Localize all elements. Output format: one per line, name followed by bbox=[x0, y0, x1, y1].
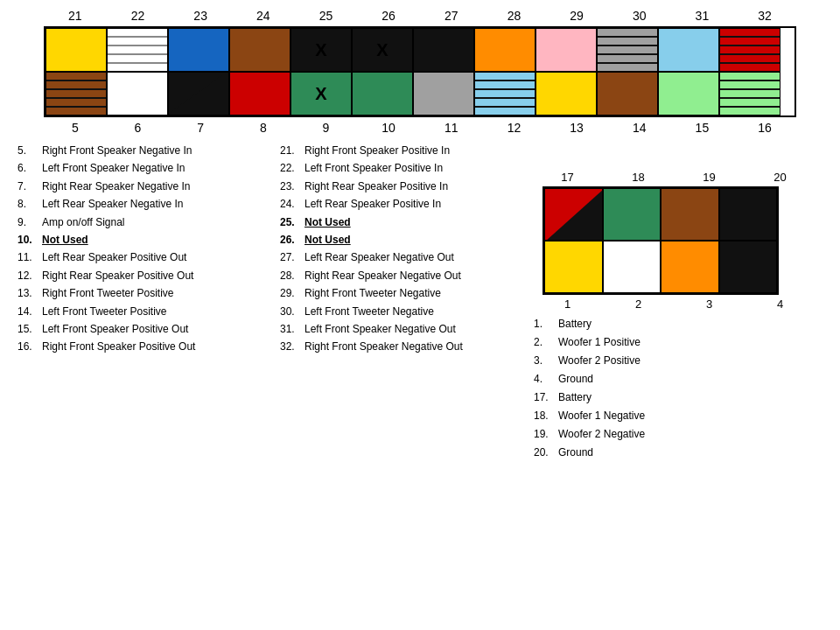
legend-num-31: 31. bbox=[280, 320, 304, 338]
small-legend-1: 1. Battery bbox=[534, 315, 822, 333]
cell-25-top: X bbox=[290, 28, 352, 72]
legend-item-12: 12. Right Rear Speaker Positive Out bbox=[18, 267, 271, 284]
legend-num-24: 24. bbox=[280, 195, 304, 213]
legend-item-24: 24. Left Rear Speaker Positive In bbox=[280, 195, 534, 213]
legend-item-26: 26. Not Used bbox=[280, 231, 534, 248]
legend-text-12: Right Rear Speaker Positive Out bbox=[42, 267, 193, 284]
legend-num-21: 21. bbox=[280, 142, 304, 159]
pin-8: 8 bbox=[233, 121, 294, 135]
small-pin-3: 3 bbox=[680, 298, 738, 311]
legend-item-29: 29. Right Front Tweeter Negative bbox=[280, 284, 534, 302]
legend-num-8: 8. bbox=[18, 195, 42, 213]
legend-text-7: Right Rear Speaker Negative In bbox=[42, 178, 190, 195]
cell-23-top bbox=[168, 28, 229, 72]
legend-text-24: Left Rear Speaker Positive In bbox=[304, 195, 441, 213]
legend-item-8: 8. Left Rear Speaker Negative In bbox=[18, 195, 271, 213]
legend-text-15: Left Front Speaker Positive Out bbox=[42, 320, 188, 338]
legend-text-8: Left Rear Speaker Negative In bbox=[42, 195, 183, 213]
cell-22-top bbox=[107, 28, 168, 72]
connector-row-top: X X bbox=[46, 28, 794, 72]
legend-text-21: Right Front Speaker Positive In bbox=[304, 142, 450, 159]
legend-num-10: 10. bbox=[18, 231, 42, 248]
small-legend-num-3: 3. bbox=[534, 352, 558, 370]
legend-num-6: 6. bbox=[18, 159, 42, 177]
legend-item-28: 28. Right Rear Speaker Negative Out bbox=[280, 267, 534, 284]
legend-item-15: 15. Left Front Speaker Positive Out bbox=[18, 320, 271, 338]
pin-11: 11 bbox=[421, 121, 482, 135]
legend-text-25: Not Used bbox=[304, 214, 351, 231]
pin-23: 23 bbox=[170, 9, 231, 23]
cell-12-bot bbox=[474, 72, 536, 116]
small-legend-num-1: 1. bbox=[534, 315, 558, 333]
cell-13-bot bbox=[536, 72, 597, 116]
legend-text-23: Right Rear Speaker Positive In bbox=[304, 178, 448, 195]
pin-21: 21 bbox=[45, 9, 106, 23]
small-legend-text-18: Woofer 1 Negative bbox=[558, 407, 645, 425]
pin-32: 32 bbox=[734, 9, 795, 23]
legend-num-32: 32. bbox=[280, 338, 304, 355]
cell-26-top: X bbox=[352, 28, 413, 72]
small-legend-text-19: Woofer 2 Negative bbox=[558, 425, 645, 444]
legend-num-7: 7. bbox=[18, 178, 42, 195]
small-row-top bbox=[544, 188, 777, 241]
small-pin-numbers-top: 17 18 19 20 bbox=[525, 171, 822, 184]
top-connector: 21 22 23 24 25 26 27 28 29 30 31 32 X bbox=[44, 9, 796, 135]
legend-item-7: 7. Right Rear Speaker Negative In bbox=[18, 178, 271, 195]
legend-num-30: 30. bbox=[280, 303, 304, 320]
legend-num-29: 29. bbox=[280, 284, 304, 302]
small-cell-4-bot bbox=[719, 241, 778, 293]
legend-text-22: Left Front Speaker Positive In bbox=[304, 159, 443, 177]
pin-13: 13 bbox=[546, 121, 607, 135]
legend-item-23: 23. Right Rear Speaker Positive In bbox=[280, 178, 534, 195]
small-legend-17: 17. Battery bbox=[534, 388, 822, 407]
legend-item-13: 13. Right Front Tweeter Positive bbox=[18, 284, 271, 302]
legend-num-28: 28. bbox=[280, 267, 304, 284]
small-legend-3: 3. Woofer 2 Positive bbox=[534, 352, 822, 370]
small-row-bottom bbox=[544, 241, 777, 293]
small-cell-1-bot bbox=[544, 241, 603, 293]
legend-item-6: 6. Left Front Speaker Negative In bbox=[18, 159, 271, 177]
cell-27-top bbox=[413, 28, 474, 72]
pin-9: 9 bbox=[295, 121, 356, 135]
small-legend-18: 18. Woofer 1 Negative bbox=[534, 407, 822, 425]
connector-row-bottom: X bbox=[46, 72, 794, 116]
pin-26: 26 bbox=[358, 9, 419, 23]
small-pin-17: 17 bbox=[538, 171, 597, 184]
legend-text-27: Left Rear Speaker Negative Out bbox=[304, 248, 454, 266]
small-connector bbox=[542, 186, 779, 295]
pin-22: 22 bbox=[107, 9, 168, 23]
cell-30-top bbox=[597, 28, 658, 72]
small-pin-4: 4 bbox=[751, 298, 809, 311]
cell-11-bot bbox=[413, 72, 474, 116]
small-pin-19: 19 bbox=[680, 171, 738, 184]
pin-numbers-bottom: 5 6 7 8 9 10 11 12 13 14 15 16 bbox=[44, 117, 796, 135]
legend-text-32: Right Front Speaker Negative Out bbox=[304, 338, 463, 355]
legend-text-29: Right Front Tweeter Negative bbox=[304, 284, 441, 302]
small-legend-text-20: Ground bbox=[558, 444, 593, 462]
pin-28: 28 bbox=[483, 9, 544, 23]
pin-25: 25 bbox=[295, 9, 356, 23]
legend-item-22: 22. Left Front Speaker Positive In bbox=[280, 159, 534, 177]
right-panel: 17 18 19 20 1 2 3 4 bbox=[525, 171, 822, 462]
pin-5: 5 bbox=[45, 121, 106, 135]
small-cell-20-top bbox=[719, 188, 778, 241]
small-cell-19-top bbox=[661, 188, 719, 241]
small-cell-17-top bbox=[544, 188, 603, 241]
cell-21-top bbox=[46, 28, 107, 72]
cell-24-top bbox=[229, 28, 290, 72]
small-legend-text-2: Woofer 1 Positive bbox=[558, 333, 640, 352]
cell-15-bot bbox=[658, 72, 719, 116]
legend-text-14: Left Front Tweeter Positive bbox=[42, 303, 167, 320]
cell-31-top bbox=[658, 28, 719, 72]
legend-num-13: 13. bbox=[18, 284, 42, 302]
pin-7: 7 bbox=[170, 121, 231, 135]
legend-text-9: Amp on/off Signal bbox=[42, 214, 125, 231]
small-legend-text-4: Ground bbox=[558, 370, 593, 388]
legend-num-16: 16. bbox=[18, 338, 42, 355]
pin-31: 31 bbox=[671, 9, 732, 23]
legend-item-16: 16. Right Front Speaker Positive Out bbox=[18, 338, 271, 355]
pin-15: 15 bbox=[671, 121, 732, 135]
cell-7-bot bbox=[168, 72, 229, 116]
pin-27: 27 bbox=[421, 9, 482, 23]
small-legend-4: 4. Ground bbox=[534, 370, 822, 388]
